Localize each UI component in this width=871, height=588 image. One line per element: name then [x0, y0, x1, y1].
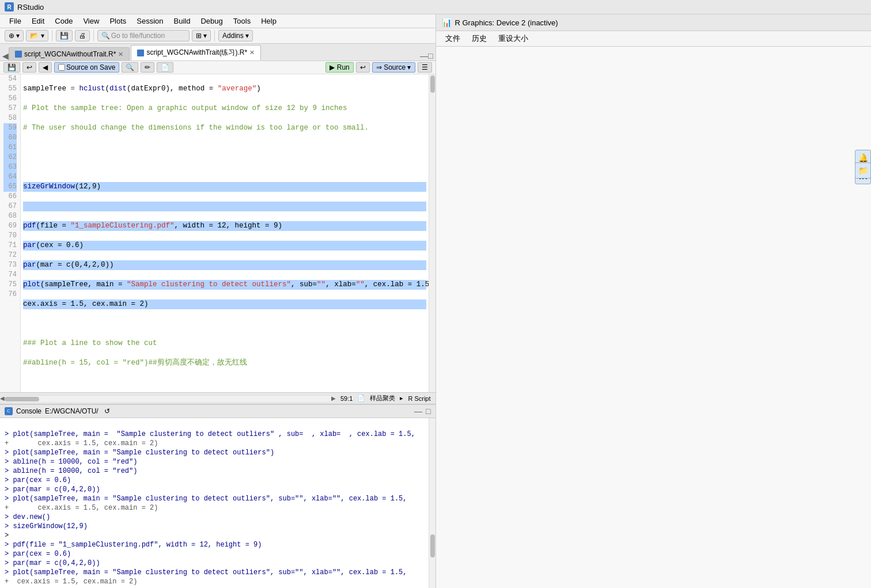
save-btn[interactable]: 💾 — [56, 30, 73, 41]
editor-toolbar: 💾 ↩ ◀ Source on Save 🔍 ✏ 📄 ▶ Run ↩ ⇒ Sou… — [0, 61, 436, 74]
tab-bar: ◀ script_WGCNAwithoutTrait.R* ✕ script_W… — [0, 44, 436, 61]
title-bar: R RStudio — [0, 0, 871, 14]
editor-status: 59:1 📄 样品聚类 ▸ R Script — [336, 394, 436, 403]
wand-btn[interactable]: ✏ — [141, 62, 154, 73]
menu-build[interactable]: Build — [169, 16, 195, 26]
code-line-56: # The user should change the dimensions … — [23, 123, 426, 133]
console-text: > plot(sampleTree, main = "Sample cluste… — [5, 420, 424, 586]
r-graphics-file[interactable]: 文件 — [441, 32, 465, 45]
open-file-btn[interactable]: 📂 ▾ — [26, 30, 48, 41]
console-path: E:/WGCNA/OTU/ — [45, 407, 99, 415]
addins-btn[interactable]: Addins ▾ — [218, 30, 253, 41]
cursor-position: 59:1 — [340, 395, 353, 402]
workspace-btn[interactable]: ⊞ ▾ — [192, 30, 211, 41]
compile-btn[interactable]: 📄 — [157, 62, 173, 73]
r-graphics-history[interactable]: 历史 — [467, 32, 491, 45]
folder-btn[interactable]: 📁 — [855, 162, 871, 179]
tab-script-without-trait[interactable]: script_WGCNAwithoutTrait.R* ✕ — [9, 47, 130, 60]
console-vscrollbar[interactable] — [429, 418, 436, 588]
maximize-console-btn[interactable]: □ — [426, 407, 430, 416]
r-graphics-menubar: 文件 历史 重设大小 — [436, 31, 872, 47]
code-line-61: pdf(file = "1_sampleClustering.pdf", wid… — [23, 221, 426, 231]
editor-area: ◀ script_WGCNAwithoutTrait.R* ✕ script_W… — [0, 44, 436, 404]
menu-edit[interactable]: Edit — [27, 16, 49, 26]
console-content-wrapper: > plot(sampleTree, main = "Sample cluste… — [0, 418, 436, 588]
minimize-editor-btn[interactable]: — — [420, 51, 428, 60]
new-file-btn[interactable]: ⊕ ▾ — [5, 30, 24, 41]
code-line-58 — [23, 162, 426, 172]
console-title: Console — [16, 407, 41, 415]
editor-vscrollbar[interactable] — [429, 74, 436, 392]
code-line-54: sampleTree = hclust(dist(datExpr0), meth… — [23, 84, 426, 94]
prev-btn[interactable]: ◀ — [39, 62, 52, 73]
code-line-57 — [23, 143, 426, 153]
minimize-console-btn[interactable]: — — [414, 407, 422, 416]
code-line-59: sizeGrWindow(12,9) — [23, 182, 426, 192]
rerun-btn[interactable]: ↩ — [356, 62, 370, 73]
sidebar-icons: 🔔 🖼 📁 — [855, 150, 871, 184]
global-toolbar: ⊕ ▾ 📂 ▾ 💾 🖨 🔍 Go to file/function ⊞ ▾ Ad… — [0, 28, 436, 44]
breadcrumb-icon: 📄 — [357, 394, 365, 402]
sep2 — [93, 30, 94, 41]
tab-icon-2 — [137, 50, 144, 56]
search-icon: 🔍 — [101, 32, 110, 40]
source-on-save-checkbox[interactable] — [58, 64, 65, 71]
r-graphics-title: R Graphics: Device 2 (inactive) — [455, 18, 558, 27]
undo-btn[interactable]: ↩ — [22, 62, 36, 73]
tab-label-2: script_WGCNAwithTrait(练习).R* — [146, 48, 247, 58]
r-graphics-resize[interactable]: 重设大小 — [494, 32, 533, 45]
tab-close-1[interactable]: ✕ — [118, 51, 123, 58]
menu-help[interactable]: Help — [256, 16, 281, 26]
h-scrollbar[interactable] — [5, 395, 331, 402]
save-file-btn[interactable]: 💾 — [3, 62, 20, 73]
console-content[interactable]: > plot(sampleTree, main = "Sample cluste… — [0, 418, 429, 588]
run-btn[interactable]: ▶ Run — [325, 62, 353, 73]
tab-script-with-trait[interactable]: script_WGCNAwithTrait(练习).R* ✕ — [131, 45, 261, 60]
code-line-55: # Plot the sample tree: Open a graphic o… — [23, 104, 426, 113]
refresh-icon[interactable]: ↺ — [104, 407, 110, 415]
maximize-editor-btn[interactable]: □ — [428, 51, 433, 60]
search-code-btn[interactable]: 🔍 — [122, 62, 138, 73]
tab-scroll-left[interactable]: ◀ — [2, 51, 9, 60]
scroll-left-btn[interactable]: ◀ — [0, 395, 5, 401]
code-line-69 — [23, 378, 426, 388]
code-content[interactable]: sampleTree = hclust(dist(datExpr0), meth… — [21, 74, 429, 392]
line-numbers: 54 55 56 57 58 59 60 61 62 63 64 65 66 6… — [0, 74, 21, 392]
console-header: C Console E:/WGCNA/OTU/ ↺ — □ — [0, 405, 436, 418]
menu-file[interactable]: File — [5, 16, 26, 26]
sep1 — [52, 30, 52, 41]
code-line-60 — [23, 202, 426, 211]
menu-view[interactable]: View — [78, 16, 104, 26]
menu-plots[interactable]: Plots — [105, 16, 131, 26]
code-line-63: par(mar = c(0,4,2,0)) — [23, 260, 426, 270]
menu-debug[interactable]: Debug — [196, 16, 227, 26]
code-editor[interactable]: 54 55 56 57 58 59 60 61 62 63 64 65 66 6… — [0, 74, 436, 392]
breadcrumb-arrow: ▸ — [400, 394, 403, 402]
menu-session[interactable]: Session — [132, 16, 168, 26]
code-line-65: cex.axis = 1.5, cex.main = 2) — [23, 299, 426, 309]
code-line-64: plot(sampleTree, main = "Sample clusteri… — [23, 280, 426, 290]
app-title: RStudio — [17, 3, 44, 12]
editor-menu-btn[interactable]: ☰ — [418, 62, 432, 73]
print-btn[interactable]: 🖨 — [75, 30, 90, 41]
menu-code[interactable]: Code — [50, 16, 77, 26]
scroll-right-btn[interactable]: ▶ — [331, 395, 336, 401]
code-line-62: par(cex = 0.6) — [23, 241, 426, 251]
editor-bottom-bar: ◀ ▶ 59:1 📄 样品聚类 ▸ R Script — [0, 392, 436, 404]
tab-label-1: script_WGCNAwithoutTrait.R* — [24, 50, 116, 58]
source-on-save-btn[interactable]: Source on Save — [54, 62, 119, 73]
source-btn[interactable]: ⇒ Source ▾ — [372, 62, 415, 73]
tab-close-2[interactable]: ✕ — [249, 49, 255, 56]
r-graphics-icon: 📊 — [442, 18, 452, 27]
go-to-file-btn[interactable]: 🔍 Go to file/function — [97, 30, 190, 41]
r-graphics-header: 📊 R Graphics: Device 2 (inactive) — [436, 14, 872, 31]
code-line-68: ##abline(h = 15, col = "red")##剪切高度不确定，故… — [23, 358, 426, 368]
console-area: C Console E:/WGCNA/OTU/ ↺ — □ > plot(sam… — [0, 404, 436, 588]
source-on-save-label: Source on Save — [66, 63, 115, 71]
menu-tools[interactable]: Tools — [229, 16, 255, 26]
r-graphics-content — [436, 47, 872, 588]
r-graphics-panel: 📊 R Graphics: Device 2 (inactive) 文件 历史 … — [436, 14, 872, 588]
breadcrumb-label: 样品聚类 — [370, 394, 395, 403]
go-to-file-label: Go to file/function — [111, 32, 165, 40]
rstudio-icon: R — [5, 2, 14, 12]
